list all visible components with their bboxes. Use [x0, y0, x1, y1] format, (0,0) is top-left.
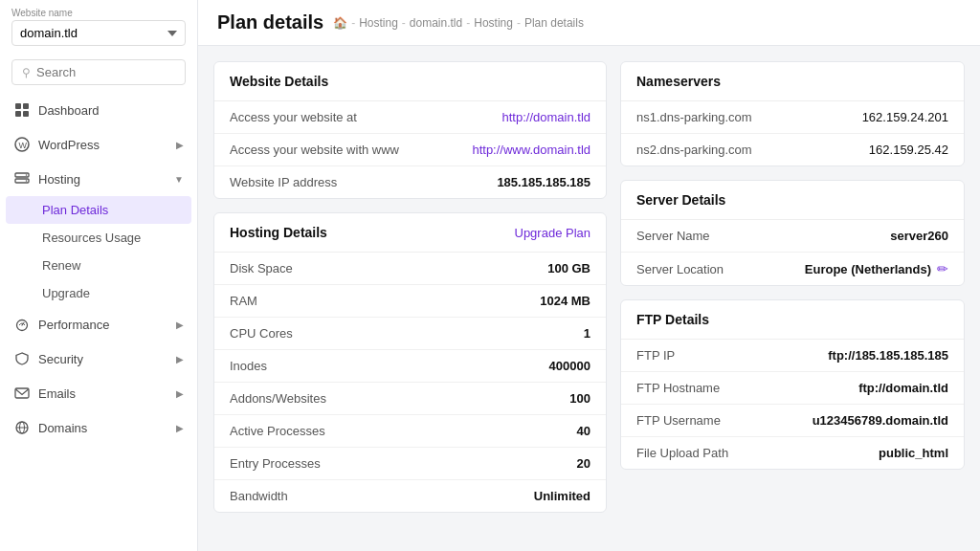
- sidebar-item-performance[interactable]: Performance ▶: [0, 307, 197, 342]
- security-label: Security: [38, 352, 83, 366]
- cpu-label: CPU Cores: [230, 326, 584, 341]
- hosting-sub-nav: Plan Details Resources Usage Renew Upgra…: [0, 196, 197, 307]
- chevron-right-icon: ▶: [176, 423, 184, 433]
- chevron-right-icon: ▶: [176, 354, 184, 364]
- table-row: ns2.dns-parking.com 162.159.25.42: [621, 134, 964, 165]
- disk-space-value: 100 GB: [547, 261, 590, 276]
- server-name-value: server260: [890, 229, 948, 243]
- nameservers-card: Nameservers ns1.dns-parking.com 162.159.…: [620, 61, 965, 166]
- active-processes-label: Active Processes: [230, 424, 577, 438]
- search-input[interactable]: [36, 65, 175, 79]
- server-icon: [13, 170, 31, 187]
- svg-point-9: [26, 180, 28, 182]
- website-name-label: Website name: [11, 8, 186, 18]
- chevron-right-icon: ▶: [176, 320, 184, 330]
- breadcrumb-domain[interactable]: domain.tld: [410, 16, 462, 30]
- table-row: Server Location Europe (Netherlands) ✏: [621, 253, 964, 285]
- ram-value: 1024 MB: [540, 294, 590, 308]
- chevron-right-icon: ▶: [176, 388, 184, 399]
- ftp-details-card: FTP Details FTP IP ftp://185.185.185.185…: [620, 299, 965, 470]
- website-ip-value: 185.185.185.185: [497, 175, 590, 189]
- hosting-details-card: Hosting Details Upgrade Plan Disk Space …: [213, 212, 607, 513]
- table-row: Bandwidth Unlimited: [214, 480, 606, 512]
- mail-icon: [13, 385, 31, 402]
- cpu-value: 1: [584, 326, 590, 341]
- sidebar-item-hosting[interactable]: Hosting ▼: [0, 162, 197, 196]
- table-row: RAM 1024 MB: [214, 285, 606, 318]
- server-details-header: Server Details: [621, 181, 964, 220]
- sidebar-item-resources-usage[interactable]: Resources Usage: [0, 224, 197, 252]
- sidebar-item-dashboard[interactable]: Dashboard: [0, 93, 197, 127]
- entry-processes-label: Entry Processes: [230, 456, 577, 471]
- bandwidth-value: Unlimited: [534, 489, 590, 503]
- website-name-section: Website name domain.tld: [0, 0, 197, 52]
- sidebar-item-upgrade[interactable]: Upgrade: [0, 279, 197, 307]
- breadcrumb-sep: -: [351, 16, 355, 30]
- hosting-label: Hosting: [38, 172, 80, 187]
- table-row: Inodes 400000: [214, 350, 606, 383]
- breadcrumb-home[interactable]: 🏠: [333, 16, 347, 30]
- table-row: Active Processes 40: [214, 415, 606, 448]
- edit-icon[interactable]: ✏: [937, 261, 948, 276]
- main-body: Website Details Access your website at h…: [198, 46, 980, 551]
- ns1-label: ns1.dns-parking.com: [636, 110, 862, 124]
- table-row: FTP Username u123456789.domain.tld: [621, 405, 964, 437]
- globe-icon: [13, 419, 31, 436]
- page-header: Plan details 🏠 - Hosting - domain.tld - …: [198, 0, 980, 46]
- upgrade-plan-link[interactable]: Upgrade Plan: [515, 226, 591, 240]
- file-upload-path-label: File Upload Path: [636, 446, 879, 460]
- ftp-details-title: FTP Details: [636, 312, 709, 327]
- performance-label: Performance: [38, 318, 109, 332]
- sidebar-item-emails[interactable]: Emails ▶: [0, 376, 197, 410]
- server-details-title: Server Details: [636, 192, 725, 208]
- bandwidth-label: Bandwidth: [230, 489, 534, 503]
- inodes-value: 400000: [549, 359, 590, 373]
- breadcrumb-sep4: -: [517, 16, 521, 30]
- website-details-title: Website Details: [230, 74, 328, 89]
- inodes-label: Inodes: [230, 359, 549, 373]
- search-section: ⚲: [0, 52, 197, 93]
- search-box: ⚲: [11, 59, 186, 85]
- breadcrumb-hosting2[interactable]: Hosting: [474, 16, 513, 30]
- svg-rect-12: [15, 388, 29, 398]
- shield-icon: [13, 350, 31, 367]
- sidebar-item-security[interactable]: Security ▶: [0, 342, 197, 376]
- website-www-url-link[interactable]: http://www.domain.tld: [472, 143, 590, 157]
- hosting-details-header: Hosting Details Upgrade Plan: [214, 213, 606, 253]
- website-details-card: Website Details Access your website at h…: [213, 61, 607, 199]
- website-details-header: Website Details: [214, 62, 606, 101]
- page-title: Plan details: [217, 11, 323, 33]
- ftp-ip-label: FTP IP: [636, 348, 828, 363]
- svg-rect-2: [15, 111, 21, 117]
- ftp-username-value: u123456789.domain.tld: [813, 413, 948, 428]
- addons-label: Addons/Websites: [230, 391, 569, 406]
- upgrade-label: Upgrade: [42, 286, 90, 300]
- website-select[interactable]: domain.tld: [11, 20, 186, 46]
- sidebar-item-plan-details[interactable]: Plan Details: [6, 196, 191, 224]
- table-row: FTP IP ftp://185.185.185.185: [621, 340, 964, 372]
- ftp-hostname-value: ftp://domain.tld: [858, 381, 948, 395]
- file-upload-path-value: public_html: [879, 446, 948, 460]
- entry-processes-value: 20: [577, 456, 590, 471]
- main-content: Plan details 🏠 - Hosting - domain.tld - …: [198, 0, 980, 551]
- left-column: Website Details Access your website at h…: [213, 61, 607, 536]
- website-ip-label: Website IP address: [230, 175, 497, 189]
- sidebar-item-domains[interactable]: Domains ▶: [0, 410, 197, 445]
- server-location-value: Europe (Netherlands): [805, 262, 931, 276]
- sidebar-nav: Dashboard W WordPress ▶ Hosting ▼ Plan D…: [0, 93, 197, 551]
- website-url-link[interactable]: http://domain.tld: [502, 110, 591, 124]
- right-column: Nameservers ns1.dns-parking.com 162.159.…: [620, 61, 965, 536]
- ftp-username-label: FTP Username: [636, 413, 813, 428]
- svg-rect-0: [15, 103, 21, 109]
- grid-icon: [13, 101, 31, 119]
- breadcrumb-hosting1[interactable]: Hosting: [359, 16, 398, 30]
- sidebar-item-wordpress[interactable]: W WordPress ▶: [0, 127, 197, 162]
- sidebar-item-renew[interactable]: Renew: [0, 252, 197, 279]
- ftp-ip-value: ftp://185.185.185.185: [828, 348, 948, 363]
- table-row: Website IP address 185.185.185.185: [214, 166, 606, 198]
- server-details-card: Server Details Server Name server260 Ser…: [620, 180, 965, 286]
- breadcrumb-sep2: -: [402, 16, 406, 30]
- breadcrumb-plan-details: Plan details: [524, 16, 584, 30]
- search-icon: ⚲: [22, 66, 31, 79]
- table-row: FTP Hostname ftp://domain.tld: [621, 372, 964, 405]
